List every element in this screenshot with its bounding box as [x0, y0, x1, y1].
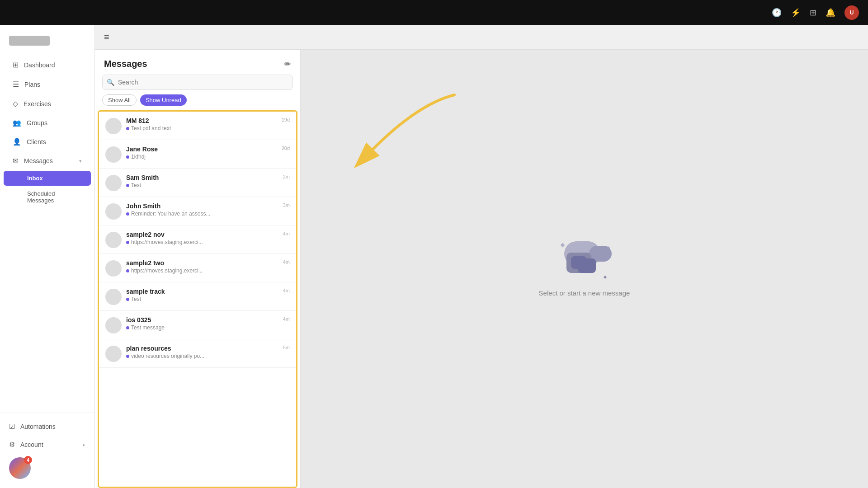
inbox-time: 4m: [283, 316, 290, 322]
grid-icon[interactable]: ⊞: [810, 8, 816, 18]
preview-dot: [126, 241, 129, 244]
sidebar-label-clients: Clients: [27, 138, 46, 145]
plans-icon: ☰: [13, 80, 19, 89]
preview-dot: [126, 212, 129, 216]
inbox-label: Inbox: [27, 175, 43, 182]
filter-show-all-button[interactable]: Show All: [102, 94, 137, 106]
scheduled-label: Scheduled Messages: [27, 190, 82, 204]
preview-dot: [126, 155, 129, 159]
inbox-time: 3m: [283, 202, 290, 208]
sidebar-label-exercises: Exercises: [24, 100, 51, 108]
inbox-time: 20d: [282, 145, 290, 151]
bolt-icon[interactable]: ⚡: [791, 8, 801, 18]
search-icon: 🔍: [107, 79, 114, 86]
sidebar-item-messages[interactable]: ✉ Messages ▾: [4, 152, 91, 170]
inbox-time: 4m: [283, 288, 290, 293]
sidebar-item-clients[interactable]: 👤 Clients: [4, 133, 91, 151]
empty-state-illustration: [557, 241, 612, 282]
sidebar-item-account[interactable]: ⚙ Account ▸: [4, 436, 91, 454]
inbox-preview: https://moves.staging.exerci...: [126, 239, 278, 245]
inbox-item[interactable]: plan resources video resources originall…: [99, 339, 296, 368]
inbox-preview: Reminder: You have an assess...: [126, 211, 278, 217]
inbox-item[interactable]: sample2 nov https://moves.staging.exerci…: [99, 225, 296, 254]
badge-count: 4: [24, 456, 32, 464]
inbox-item[interactable]: Jane Rose 1kfhdj 20d: [99, 140, 296, 169]
inbox-item[interactable]: Sam Smith Test 2m: [99, 169, 296, 197]
account-icon: ⚙: [9, 441, 15, 449]
dashboard-icon: ⊞: [13, 61, 19, 69]
avatar: [105, 203, 122, 220]
compose-button[interactable]: ✏: [284, 59, 291, 69]
sidebar-item-plans[interactable]: ☰ Plans: [4, 75, 91, 94]
inbox-time: 19d: [282, 117, 290, 122]
sidebar-label-messages: Messages: [24, 157, 74, 164]
inbox-time: 4m: [283, 231, 290, 236]
sidebar-label-automations: Automations: [20, 423, 56, 430]
inbox-preview: Test message: [126, 324, 278, 331]
sidebar-label-plans: Plans: [24, 81, 40, 88]
app-badge[interactable]: 4: [9, 457, 31, 479]
preview-dot: [126, 326, 129, 329]
messages-icon: ✉: [13, 157, 19, 165]
sidebar-item-groups[interactable]: 👥 Groups: [4, 114, 91, 132]
exercises-icon: ◇: [13, 99, 18, 108]
inbox-preview: Test pdf and text: [126, 125, 277, 131]
main-content: Select or start a new message: [301, 50, 868, 488]
inbox-time: 4m: [283, 259, 290, 265]
inbox-item[interactable]: sample2 two https://moves.staging.exerci…: [99, 254, 296, 282]
inbox-item[interactable]: ios 0325 Test message 4m: [99, 311, 296, 339]
sidebar-item-automations[interactable]: ☑ Automations: [4, 418, 91, 436]
inbox-item[interactable]: MM 812 Test pdf and text 19d: [99, 112, 296, 140]
inbox-item[interactable]: John Smith Reminder: You have an assess.…: [99, 197, 296, 225]
inbox-name: Jane Rose: [126, 145, 277, 153]
sidebar-label-account: Account: [20, 441, 77, 448]
inbox-preview: 1kfhdj: [126, 154, 277, 160]
logo: [9, 36, 50, 46]
avatar: [105, 260, 122, 277]
sidebar-item-exercises[interactable]: ◇ Exercises: [4, 94, 91, 113]
inbox-name: MM 812: [126, 117, 277, 124]
bell-icon[interactable]: 🔔: [826, 8, 835, 18]
avatar: [105, 146, 122, 163]
preview-dot: [126, 127, 129, 130]
inbox-name: sample2 two: [126, 259, 278, 267]
avatar: [105, 317, 122, 333]
avatar: [105, 118, 122, 134]
inbox-name: sample track: [126, 288, 278, 295]
preview-dot: [126, 355, 129, 358]
preview-dot: [126, 184, 129, 187]
sidebar-sub-item-scheduled[interactable]: Scheduled Messages: [4, 186, 91, 208]
preview-dot: [126, 269, 129, 272]
sidebar-nav: ⊞ Dashboard ☰ Plans ◇ Exercises 👥 Groups…: [0, 55, 94, 208]
chevron-right-icon: ▸: [83, 442, 85, 448]
inbox-time: 2m: [283, 174, 290, 179]
sidebar-sub-item-inbox[interactable]: Inbox: [4, 171, 91, 186]
messages-panel: Messages ✏ 🔍 Show All Show Unread: [95, 50, 301, 488]
inbox-item[interactable]: sample track Test 4m: [99, 282, 296, 311]
empty-state-text: Select or start a new message: [539, 289, 630, 297]
inbox-name: sample2 nov: [126, 231, 278, 238]
avatar: [105, 289, 122, 305]
inbox-preview: video resources originally po...: [126, 353, 278, 359]
filter-show-unread-button[interactable]: Show Unread: [140, 94, 187, 106]
sidebar-label-groups: Groups: [27, 119, 47, 127]
inbox-time: 5m: [283, 345, 290, 350]
clock-icon[interactable]: 🕐: [772, 8, 782, 18]
hamburger-button[interactable]: ≡: [104, 32, 109, 42]
inbox-name: John Smith: [126, 202, 278, 210]
clients-icon: 👤: [13, 138, 21, 146]
user-avatar[interactable]: U: [844, 5, 859, 20]
sidebar-label-dashboard: Dashboard: [24, 61, 55, 69]
search-input[interactable]: [102, 75, 293, 90]
inbox-preview: Test: [126, 296, 278, 302]
inbox-preview: Test: [126, 182, 278, 188]
sidebar: ⊞ Dashboard ☰ Plans ◇ Exercises 👥 Groups…: [0, 25, 95, 488]
chevron-down-icon: ▾: [79, 158, 82, 164]
automations-icon: ☑: [9, 422, 15, 431]
groups-icon: 👥: [13, 119, 21, 127]
inbox-preview: https://moves.staging.exerci...: [126, 267, 278, 274]
inbox-name: ios 0325: [126, 316, 278, 324]
inbox-name: Sam Smith: [126, 174, 278, 181]
sidebar-item-dashboard[interactable]: ⊞ Dashboard: [4, 56, 91, 74]
arrow-annotation: [328, 86, 463, 176]
